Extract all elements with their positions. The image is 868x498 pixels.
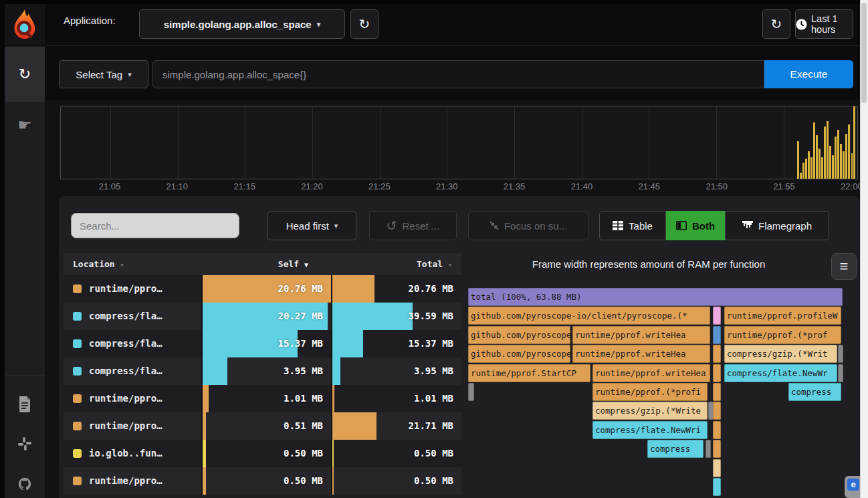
function-name: compress/fla…: [89, 330, 162, 357]
value-bar: [332, 357, 340, 385]
timeline-bar: [832, 155, 834, 179]
sort-caret-icon: ▾: [120, 261, 124, 268]
view-tab-flamegraph[interactable]: Flamegraph: [725, 211, 829, 240]
flame-frame[interactable]: github.com/pyroscope-: [468, 345, 570, 363]
sort-order-dropdown[interactable]: Head first ▾: [267, 211, 356, 240]
function-name: runtime/ppro…: [89, 275, 162, 303]
sort-caret-active-icon: ▼: [304, 261, 308, 268]
flame-frame[interactable]: runtime/pprof.StartCP: [468, 364, 590, 382]
value-label: 3.95 MB: [414, 357, 453, 385]
flame-frame[interactable]: compress/flate.NewWr: [724, 364, 837, 382]
timeline-bar: [824, 127, 826, 179]
flame-frame[interactable]: runtime/pprof.writeHea: [592, 364, 710, 382]
refresh-icon: ↻: [771, 16, 782, 32]
flame-frame[interactable]: [713, 307, 721, 325]
column-header-location[interactable]: Location ▾: [64, 259, 201, 269]
table-row[interactable]: io.glob..fun…0.50 MB0.50 MB: [64, 440, 461, 467]
table-row[interactable]: runtime/ppro…1.01 MB1.01 MB: [64, 385, 461, 412]
timeline-bars: [797, 106, 855, 179]
select-tag-dropdown[interactable]: Select Tag ▾: [59, 60, 148, 88]
flame-frame[interactable]: compress/flate.NewWri: [592, 421, 708, 439]
flame-frame[interactable]: [706, 440, 711, 458]
execute-button[interactable]: Execute: [764, 60, 853, 88]
flame-frame[interactable]: [838, 345, 843, 363]
flame-frame[interactable]: runtime/pprof.(*profi: [592, 383, 708, 401]
axis-tick-label: 21:05: [99, 181, 121, 191]
flame-frame[interactable]: [468, 383, 474, 401]
table-row[interactable]: compress/fla…3.95 MB3.95 MB: [64, 357, 461, 385]
table-row[interactable]: compress/fla…20.27 MB39.59 MB: [64, 303, 461, 330]
profile-table: runtime/ppro…20.76 MB20.76 MBcompress/fl…: [64, 275, 461, 498]
column-header-self[interactable]: Self ▼: [201, 259, 331, 269]
flame-frame[interactable]: [713, 478, 721, 496]
axis-tick-label: 21:10: [167, 181, 189, 191]
timeline-bar: [802, 163, 804, 179]
view-tab-table[interactable]: Table: [599, 211, 666, 240]
table-row[interactable]: compress/fla…15.37 MB15.37 MB: [64, 330, 461, 357]
table-row[interactable]: runtime/ppro…0.51 MB21.71 MB: [64, 412, 461, 440]
search-input[interactable]: [71, 213, 239, 238]
app-refresh-button[interactable]: ↻: [350, 9, 378, 39]
window-left-strip: [0, 0, 5, 498]
reset-view-button[interactable]: ↺ Reset ...: [369, 211, 457, 240]
flame-frame[interactable]: [713, 326, 721, 344]
refresh-icon: ↻: [5, 67, 45, 82]
flame-frame[interactable]: [713, 421, 721, 439]
value-label: 1.01 MB: [284, 385, 323, 412]
timeline-bar: [829, 146, 831, 179]
timeline-bar: [800, 173, 802, 179]
function-name: runtime/ppro…: [89, 385, 162, 412]
sidebar-item-adhoc[interactable]: ☛: [5, 117, 45, 133]
time-range-button[interactable]: Last 1 hours: [795, 9, 853, 39]
flame-frame[interactable]: github.com/pyroscope-io/client/pyroscope…: [468, 307, 710, 325]
value-label: 3.95 MB: [284, 357, 323, 385]
application-select[interactable]: simple.golang.app.alloc_space ▾: [139, 9, 345, 39]
query-input[interactable]: [152, 60, 764, 88]
flame-frame[interactable]: [838, 364, 843, 382]
function-name: runtime/ppro…: [89, 467, 162, 495]
timeline-bar: [797, 141, 799, 179]
sidebar-item-slack[interactable]: [5, 436, 45, 451]
pyroscope-logo[interactable]: [5, 4, 45, 46]
flame-frame[interactable]: compress/gzip.(*Writ: [724, 345, 837, 363]
column-header-total[interactable]: Total ▾: [331, 259, 461, 269]
flamegraph-menu-button[interactable]: ≡: [831, 253, 857, 280]
flame-frame[interactable]: [713, 383, 721, 401]
focus-subtree-button[interactable]: Focus on su...: [468, 211, 588, 240]
view-tab-both[interactable]: Both: [666, 211, 725, 240]
value-label: 0.51 MB: [284, 412, 323, 440]
flame-frame[interactable]: runtime/pprof.writeHea: [572, 345, 710, 363]
value-bar: [332, 467, 334, 495]
flame-frame[interactable]: [713, 459, 721, 477]
function-color-swatch: [73, 422, 82, 430]
flame-frame[interactable]: compress: [647, 440, 703, 458]
flame-frame[interactable]: runtime/pprof.(*prof: [724, 326, 841, 344]
sidebar-item-continuous-profiling[interactable]: ↻: [5, 47, 45, 102]
execute-label: Execute: [790, 68, 827, 80]
timeline-chart[interactable]: [60, 106, 858, 179]
flame-frame[interactable]: [713, 345, 721, 363]
reset-label: Reset ...: [403, 220, 440, 232]
flame-frame[interactable]: runtime/pprof.writeHea: [572, 326, 710, 344]
browser-widget-icon: e: [847, 479, 859, 491]
value-bar: [332, 440, 334, 467]
gridline: [110, 106, 111, 179]
flame-frame[interactable]: [713, 402, 721, 420]
data-refresh-button[interactable]: ↻: [762, 9, 790, 39]
scrollbar-thumb[interactable]: [861, 3, 867, 103]
table-row[interactable]: runtime/ppro…20.76 MB20.76 MB: [64, 275, 461, 303]
flame-frame[interactable]: github.com/pyroscope-: [468, 326, 570, 344]
table-row[interactable]: runtime/ppro…0.50 MB0.50 MB: [64, 467, 461, 495]
sort-caret-icon: ▾: [448, 261, 452, 268]
flame-frame[interactable]: [713, 364, 721, 382]
sidebar-item-docs[interactable]: [5, 396, 45, 412]
sidebar-item-github[interactable]: [5, 477, 45, 491]
value-label: 0.50 MB: [284, 440, 323, 467]
flame-frame[interactable]: runtime/pprof.profileW: [724, 307, 841, 325]
flame-frame[interactable]: compress/gzip.(*Write: [592, 402, 708, 420]
flame-frame[interactable]: total (100%, 63.88 MB): [468, 288, 843, 306]
flame-frame[interactable]: compress: [788, 383, 841, 401]
column-label: Location: [73, 259, 115, 269]
axis-tick-label: 21:30: [436, 181, 458, 191]
flame-frame[interactable]: [713, 440, 721, 458]
